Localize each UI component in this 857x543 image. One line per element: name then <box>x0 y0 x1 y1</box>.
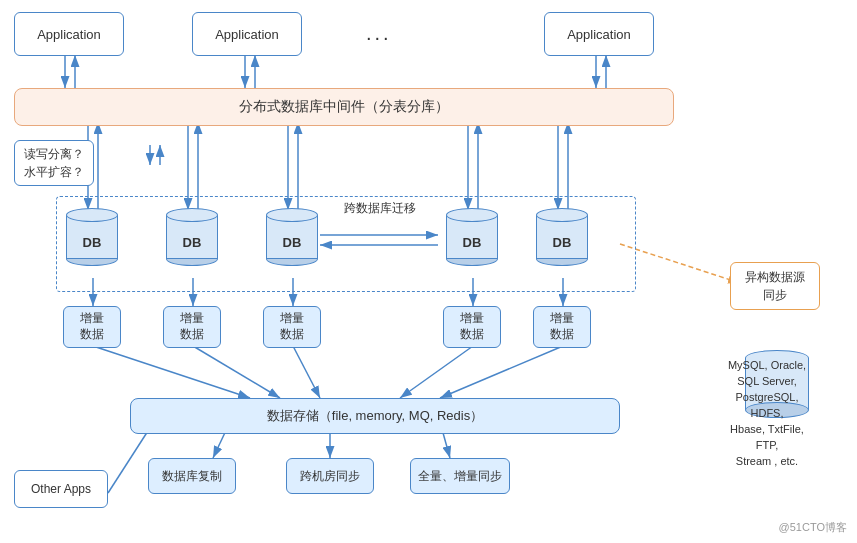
op2-label: 跨机房同步 <box>300 468 360 485</box>
ellipsis: ... <box>366 22 392 45</box>
inc-box-1: 增量数据 <box>63 306 121 348</box>
inc-label-2: 增量数据 <box>180 311 204 342</box>
hetero-sync-box: 异构数据源 同步 <box>730 262 820 310</box>
question-box: 读写分离？ 水平扩容？ <box>14 140 94 186</box>
cyl-top-1 <box>66 208 118 222</box>
db-label-1: DB <box>83 235 102 250</box>
db-cylinder-5: DB <box>536 208 588 266</box>
inc-box-3: 增量数据 <box>263 306 321 348</box>
inc-box-5: 增量数据 <box>533 306 591 348</box>
cyl-top-4 <box>446 208 498 222</box>
hetero-sync-sync: 同步 <box>737 286 813 304</box>
inc-label-3: 增量数据 <box>280 311 304 342</box>
question-line2: 水平扩容？ <box>23 163 85 181</box>
svg-line-24 <box>93 346 250 398</box>
inc-label-4: 增量数据 <box>460 311 484 342</box>
db-cylinder-3: DB <box>266 208 318 266</box>
db-label-3: DB <box>283 235 302 250</box>
question-line1: 读写分离？ <box>23 145 85 163</box>
db-label-5: DB <box>553 235 572 250</box>
db-label-4: DB <box>463 235 482 250</box>
app1-label: Application <box>37 27 101 42</box>
svg-line-27 <box>400 346 473 398</box>
db-cylinder-1: DB <box>66 208 118 266</box>
hetero-sync-title: 异构数据源 <box>737 268 813 286</box>
cross-db-label: 跨数据库迁移 <box>325 200 435 217</box>
inc-box-2: 增量数据 <box>163 306 221 348</box>
other-apps-label: Other Apps <box>31 482 91 496</box>
app3-label: Application <box>567 27 631 42</box>
inc-label-5: 增量数据 <box>550 311 574 342</box>
watermark: @51CTO博客 <box>779 520 847 535</box>
op-box-3: 全量、增量同步 <box>410 458 510 494</box>
cyl-top-5 <box>536 208 588 222</box>
cyl-top-2 <box>166 208 218 222</box>
app-box-2: Application <box>192 12 302 56</box>
db-label-2: DB <box>183 235 202 250</box>
app-box-1: Application <box>14 12 124 56</box>
svg-line-26 <box>293 346 320 398</box>
db-cylinder-2: DB <box>166 208 218 266</box>
cyl-top-3 <box>266 208 318 222</box>
hetero-db-list: MySQL, Oracle,SQL Server,PostgreSQL, HDF… <box>722 358 812 470</box>
inc-label-1: 增量数据 <box>80 311 104 342</box>
inc-box-4: 增量数据 <box>443 306 501 348</box>
op-box-1: 数据库复制 <box>148 458 236 494</box>
other-apps-box: Other Apps <box>14 470 108 508</box>
svg-line-25 <box>193 346 280 398</box>
middleware-label: 分布式数据库中间件（分表分库） <box>239 98 449 116</box>
svg-line-28 <box>440 346 563 398</box>
db-cylinder-4: DB <box>446 208 498 266</box>
diagram-container: Application Application ... Application … <box>0 0 857 543</box>
op-box-2: 跨机房同步 <box>286 458 374 494</box>
op3-label: 全量、增量同步 <box>418 468 502 485</box>
storage-bar-label: 数据存储（file, memory, MQ, Redis） <box>267 407 483 425</box>
app-box-3: Application <box>544 12 654 56</box>
op1-label: 数据库复制 <box>162 468 222 485</box>
app2-label: Application <box>215 27 279 42</box>
svg-line-33 <box>620 244 740 283</box>
middleware-box: 分布式数据库中间件（分表分库） <box>14 88 674 126</box>
storage-bar: 数据存储（file, memory, MQ, Redis） <box>130 398 620 434</box>
